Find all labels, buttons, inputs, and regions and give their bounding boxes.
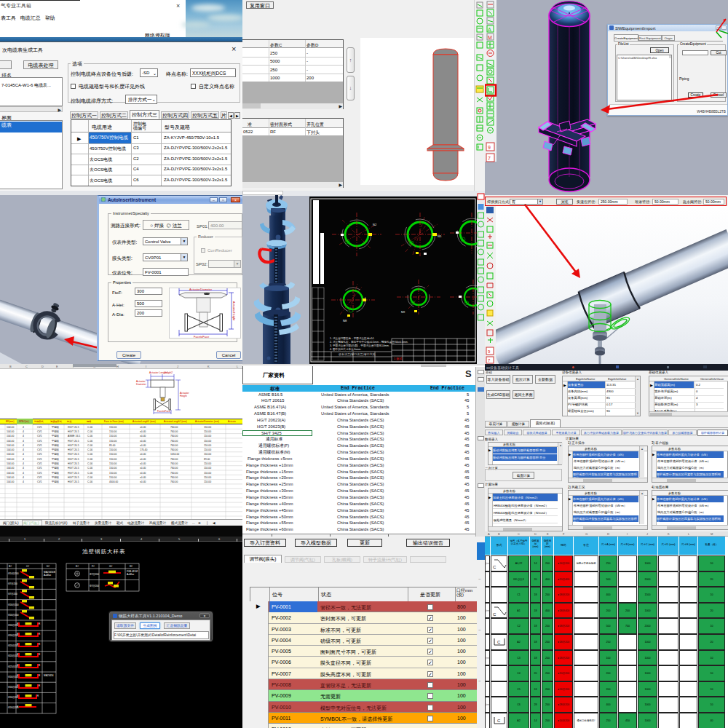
svg-text:150.00: 150.00 (109, 467, 116, 470)
svg-text:±0.40: ±0.40 (140, 440, 146, 443)
svg-text:甲型蝶: 甲型蝶 (52, 471, 60, 475)
svg-text:104.00: 104.00 (7, 435, 14, 438)
svg-text:CV1: CV1 (37, 448, 42, 451)
svg-text:甲型蝶: 甲型蝶 (52, 443, 60, 447)
svg-text:G#: G# (109, 565, 112, 568)
svg-text:110.00: 110.00 (204, 476, 211, 479)
svg-text:Φ7@200: Φ7@200 (8, 582, 17, 585)
svg-text:C.00: C.00 (87, 435, 92, 438)
svg-text:104.00: 104.00 (7, 458, 14, 461)
svg-text:±0.40: ±0.40 (140, 426, 146, 429)
svg-text:HG/T 20.5: HG/T 20.5 (68, 430, 79, 433)
svg-text:C.00: C.00 (87, 480, 92, 483)
svg-text:760.00: 760.00 (170, 462, 178, 465)
svg-text:760.00: 760.00 (170, 426, 178, 429)
svg-text:760.00: 760.00 (170, 480, 178, 483)
svg-text:104.00: 104.00 (7, 476, 14, 479)
svg-text:甲型蝶: 甲型蝶 (52, 448, 60, 451)
svg-text:R: R (39, 664, 41, 667)
svg-text:C.00: C.00 (87, 462, 92, 465)
svg-text:760.00: 760.00 (170, 472, 178, 475)
svg-text:150.00: 150.00 (109, 454, 116, 456)
svg-text:CV1: CV1 (37, 480, 42, 483)
svg-text:CV1: CV1 (37, 472, 42, 475)
svg-text:C: C (497, 640, 501, 644)
svg-text:110.00: 110.00 (204, 480, 211, 483)
svg-text:ActuatorHeight: ActuatorHeight (232, 301, 236, 321)
svg-text:3. 平面法兰密封面(凸面)，平面法兰密封面见14mm。: 3. 平面法兰密封面(凸面)，平面法兰密封面见14mm。 (330, 344, 392, 347)
svg-text:4: 4 (23, 476, 24, 479)
svg-text:110.00: 110.00 (204, 426, 211, 429)
svg-text:HG/T 20.5: HG/T 20.5 (68, 472, 79, 475)
svg-text:甲型蝶: 甲型蝶 (52, 466, 60, 470)
svg-text:1 测试: 1 测试 (394, 357, 402, 360)
svg-text:±0.40: ±0.40 (140, 462, 146, 465)
svg-text:C.00: C.00 (87, 448, 92, 451)
svg-text:104.00: 104.00 (7, 480, 14, 483)
svg-text:C: C (493, 612, 496, 617)
svg-text:甲型蝶: 甲型蝶 (52, 480, 60, 483)
svg-text:C.00: C.00 (87, 430, 92, 433)
svg-text:CV1: CV1 (37, 440, 42, 443)
svg-text:N8: N8 (343, 319, 347, 323)
svg-text:104.00: 104.00 (7, 430, 14, 433)
svg-text:C#: C# (26, 565, 29, 568)
svg-text:Length2: Length2 (164, 371, 173, 374)
svg-text:甲型蝶: 甲型蝶 (52, 439, 60, 443)
svg-text:F#: F# (92, 565, 95, 568)
svg-text:1. 法兰密封面距离：平面法兰距离≥14。: 1. 法兰密封面距离：平面法兰距离≥14。 (330, 336, 376, 340)
svg-text:C.00: C.00 (87, 454, 92, 456)
svg-text:Diameter: Diameter (136, 383, 147, 386)
svg-text:CV1: CV1 (37, 462, 42, 465)
svg-text:104.00: 104.00 (7, 444, 14, 447)
svg-text:±0.40: ±0.40 (140, 458, 146, 461)
svg-text:Φ14@200: Φ14@200 (8, 572, 19, 575)
svg-text:CV1: CV1 (37, 476, 42, 479)
svg-text:HG/T 20.5: HG/T 20.5 (68, 448, 79, 451)
svg-text:R: R (39, 622, 41, 625)
svg-text:150.00: 150.00 (109, 448, 116, 451)
svg-text:150.00: 150.00 (109, 440, 116, 443)
svg-text:4000.00: 4000.00 (109, 480, 118, 483)
svg-text:104.00: 104.00 (7, 440, 14, 443)
svg-text:150.00: 150.00 (109, 476, 116, 479)
svg-text:760.00: 760.00 (170, 444, 178, 447)
svg-text:±0.40: ±0.40 (140, 430, 146, 433)
svg-text:4: 4 (23, 462, 24, 465)
svg-text:150.00: 150.00 (109, 430, 116, 433)
svg-text:R: R (37, 695, 39, 697)
svg-text:H#: H# (130, 565, 132, 568)
svg-text:4. 图中所示尺寸单位为mm。: 4. 图中所示尺寸单位为mm。 (330, 347, 363, 351)
svg-text:Φ7@200: Φ7@200 (90, 585, 99, 587)
svg-text:150.00: 150.00 (109, 462, 116, 465)
svg-text:4: 4 (23, 440, 24, 443)
svg-text:104.00: 104.00 (7, 426, 14, 429)
svg-text:4: 4 (23, 454, 24, 456)
svg-text:150.00: 150.00 (109, 472, 116, 475)
svg-text:N5: N5 (438, 234, 442, 238)
svg-text:C: C (493, 565, 496, 569)
svg-text:89.00: 89.00 (204, 458, 210, 461)
svg-text:ActuatorDiameter: ActuatorDiameter (189, 288, 213, 291)
svg-text:104.00: 104.00 (7, 472, 14, 475)
svg-text:R: R (39, 653, 41, 656)
svg-text:N9: N9 (401, 310, 405, 314)
svg-text:4: 4 (23, 430, 24, 433)
svg-text:85.00: 85.00 (109, 444, 116, 447)
svg-text:HG/T 20.5: HG/T 20.5 (68, 458, 79, 461)
svg-text:760.00: 760.00 (170, 448, 178, 451)
svg-text:甲型蝶: 甲型蝶 (52, 434, 60, 438)
svg-text:甲型蝶: 甲型蝶 (52, 457, 60, 461)
svg-text:ASME 16.5: ASME 16.5 (68, 435, 80, 438)
svg-text:150.00: 150.00 (109, 426, 116, 429)
svg-text:±0.40: ±0.40 (140, 476, 146, 479)
svg-text:Φ16@200: Φ16@200 (8, 614, 19, 617)
svg-text:760.00: 760.00 (170, 430, 178, 433)
svg-text:110.00: 110.00 (204, 430, 211, 433)
svg-text:甲型蝶: 甲型蝶 (52, 430, 60, 433)
svg-text:760.00: 760.00 (170, 458, 178, 461)
svg-text:110.00: 110.00 (204, 454, 211, 456)
svg-text:Φ7@200: Φ7@200 (90, 573, 99, 576)
svg-text:CV1: CV1 (37, 435, 42, 438)
svg-text:C.00: C.00 (87, 458, 92, 461)
